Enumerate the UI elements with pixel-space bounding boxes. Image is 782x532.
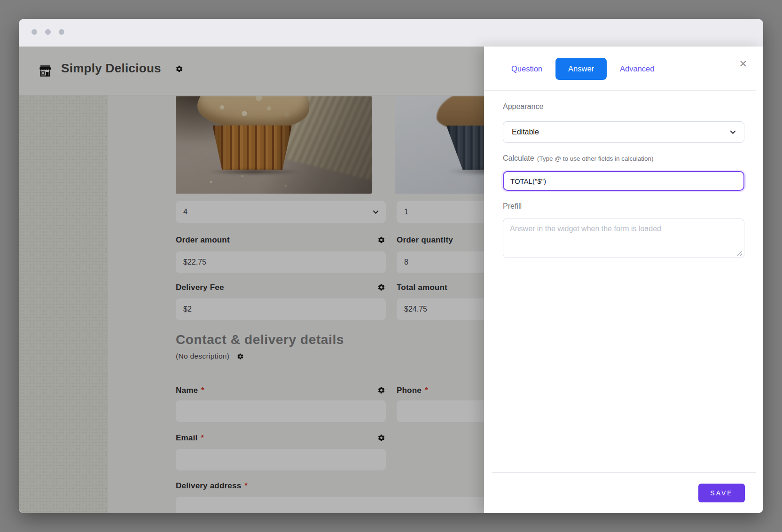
tab-answer[interactable]: Answer <box>555 58 607 80</box>
footer-divider <box>492 472 756 473</box>
tab-question[interactable]: Question <box>510 62 543 76</box>
appearance-select-value: Editable <box>512 128 539 136</box>
window-zoom-dot[interactable] <box>59 29 64 35</box>
appearance-select[interactable]: Editable <box>503 121 744 143</box>
window-minimize-dot[interactable] <box>45 29 51 35</box>
browser-titlebar <box>19 19 763 47</box>
chevron-down-icon <box>729 129 736 136</box>
calculate-label: Calculate <box>503 154 534 162</box>
browser-window: Simply Delicious <box>19 19 763 513</box>
tabs-divider <box>484 90 756 91</box>
window-accent-edge-left <box>19 47 19 513</box>
calculate-input[interactable] <box>503 171 744 191</box>
calculate-hint: (Type @ to use other fields in calculati… <box>537 155 654 162</box>
save-button[interactable]: SAVE <box>698 484 745 502</box>
prefill-label: Prefill <box>503 202 522 211</box>
window-close-dot[interactable] <box>31 29 37 35</box>
prefill-textarea-wrap <box>503 219 744 258</box>
field-editor-panel: Question Answer Advanced ✕ Appearance Ed… <box>484 47 763 513</box>
app-viewport: Simply Delicious <box>19 47 763 513</box>
window-controls <box>31 29 64 35</box>
prefill-textarea[interactable] <box>503 219 744 258</box>
window-accent-edge-right <box>763 47 763 513</box>
desktop-background: Simply Delicious <box>0 0 782 532</box>
calculate-label-row: Calculate(Type @ to use other fields in … <box>503 154 654 163</box>
appearance-label: Appearance <box>503 102 543 111</box>
close-icon[interactable]: ✕ <box>739 59 747 69</box>
tab-advanced[interactable]: Advanced <box>619 62 655 76</box>
editor-tabs: Question Answer Advanced <box>510 47 655 91</box>
